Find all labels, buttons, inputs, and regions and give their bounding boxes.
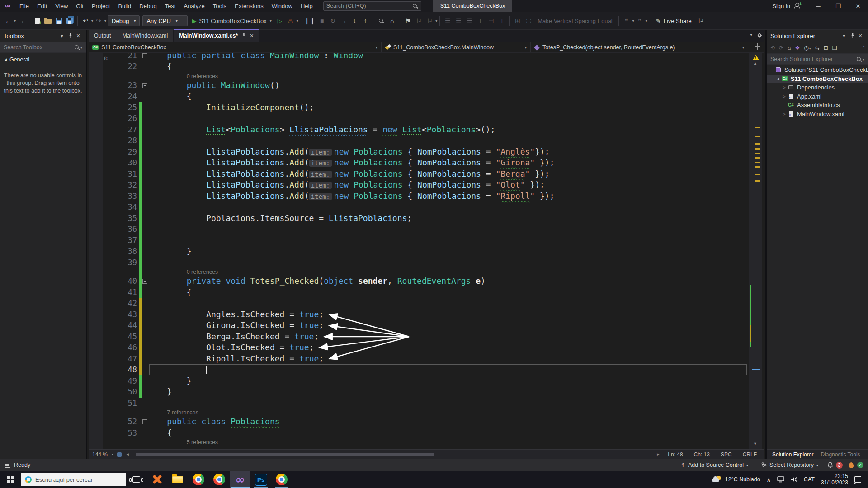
tree-item-mainwindow-xaml[interactable]: ▷MainWindow.xaml: [767, 110, 868, 119]
indentation-indicator[interactable]: SPC: [717, 451, 736, 458]
close-tab-icon[interactable]: ✕: [250, 33, 254, 39]
align-top-icon[interactable]: ⊤: [475, 15, 486, 27]
panel-tab-solution-explorer[interactable]: Solution Explorer: [769, 451, 816, 458]
editor-vertical-scrollbar[interactable]: ▲ ▼: [749, 53, 762, 449]
open-file-icon[interactable]: [42, 15, 53, 27]
menu-git[interactable]: Git: [72, 0, 88, 12]
reference-count-label[interactable]: 7 references: [167, 409, 198, 416]
toolbox-options-icon[interactable]: ▾: [58, 33, 66, 39]
live-share-button[interactable]: ✎ Live Share: [656, 18, 692, 24]
code-line-34[interactable]: 34: [89, 202, 750, 213]
undo-icon[interactable]: ↶: [80, 15, 91, 27]
code-line-30[interactable]: 30 LlistaPoblacions.Add(item:new Poblaci…: [89, 157, 750, 169]
menu-file[interactable]: File: [15, 0, 33, 12]
align-center-icon[interactable]: ☰: [453, 15, 464, 27]
start-debugging-button[interactable]: ▶ S11 ComboBoxCheckBox ▾: [192, 18, 271, 24]
find-in-files-icon[interactable]: [376, 15, 387, 27]
minimize-button[interactable]: ─: [808, 0, 828, 12]
horizontal-scrollbar[interactable]: [136, 453, 650, 456]
fold-collapse-icon[interactable]: −: [142, 419, 147, 424]
tree-item-dependencies[interactable]: ▷Dependencies: [767, 83, 868, 92]
menu-project[interactable]: Project: [88, 0, 114, 12]
code-line-22[interactable]: 22 {: [89, 61, 750, 72]
bookmark-icon[interactable]: ⚑: [402, 15, 413, 27]
file-explorer-taskbar-icon[interactable]: [167, 471, 188, 488]
line-ending-indicator[interactable]: CRLF: [739, 451, 760, 458]
align-bottom-icon[interactable]: ⊥: [496, 15, 507, 27]
code-line-53[interactable]: 53 {: [89, 427, 750, 439]
code-line-45[interactable]: 45 Berga.IsChecked = true;: [89, 331, 750, 343]
restart-icon[interactable]: ↻: [327, 15, 338, 27]
align-middle-icon[interactable]: ⊣: [486, 15, 496, 27]
menu-test[interactable]: Test: [161, 0, 180, 12]
scroll-down-icon[interactable]: ▼: [753, 441, 757, 446]
codelens-row[interactable]: 7 references: [89, 408, 750, 416]
feedback-icon[interactable]: ⚐: [695, 15, 706, 27]
make-same-size-icon[interactable]: ⛶: [523, 15, 534, 27]
code-line-25[interactable]: 25 InitializeComponent();: [89, 102, 750, 113]
pin-icon[interactable]: [241, 33, 246, 39]
chrome-1-taskbar-icon[interactable]: [188, 471, 209, 488]
redo-icon[interactable]: ↷: [93, 15, 104, 27]
taskbar-search-input[interactable]: Escriu aquí per cercar: [21, 473, 126, 486]
solution-platform-dropdown[interactable]: Any CPU▾: [142, 15, 188, 26]
code-line-44[interactable]: 44 Girona.IsChecked = true;: [89, 320, 750, 331]
hscroll-left-icon[interactable]: ◄: [125, 452, 130, 457]
menu-view[interactable]: View: [51, 0, 72, 12]
code-line-31[interactable]: 31 LlistaPoblacions.Add(item:new Poblaci…: [89, 169, 750, 180]
chrome-3-taskbar-icon[interactable]: [271, 471, 292, 488]
code-line-51[interactable]: 51: [89, 398, 750, 409]
code-editor[interactable]: ïo 21− public partial class MainWindow :…: [89, 53, 750, 449]
save-all-icon[interactable]: [64, 15, 75, 27]
restore-button[interactable]: ❐: [828, 0, 848, 12]
menu-debug[interactable]: Debug: [135, 0, 160, 12]
network-icon[interactable]: [777, 476, 784, 483]
weather-widget[interactable]: 12°C Nublado: [712, 476, 760, 483]
tree-item-assemblyinfo-cs[interactable]: C#AssemblyInfo.cs: [767, 101, 868, 110]
code-line-46[interactable]: 46 Olot.IsChecked = true;: [89, 342, 750, 353]
scroll-up-icon[interactable]: ▲: [753, 61, 757, 66]
align-right-icon[interactable]: ☰: [464, 15, 475, 27]
start-without-debugging-icon[interactable]: ▷: [274, 15, 285, 27]
navigate-to-icon[interactable]: ⌂: [387, 15, 397, 27]
zoom-level-dropdown[interactable]: 144 %: [92, 451, 108, 458]
code-line-41[interactable]: 41 {: [89, 287, 750, 298]
solution-configuration-dropdown[interactable]: Debug▾: [108, 15, 140, 26]
code-line-40[interactable]: 40− private void TotesP_Checked(object s…: [89, 276, 750, 287]
expanded-arrow-icon[interactable]: ◢: [775, 77, 781, 81]
code-line-29[interactable]: 29 LlistaPoblacions.Add(item:new Poblaci…: [89, 146, 750, 158]
home-icon[interactable]: ⌂: [788, 45, 791, 51]
start-button[interactable]: [0, 471, 21, 488]
toolbox-search-input[interactable]: Search Toolbox ▾: [0, 42, 86, 53]
chrome-2-taskbar-icon[interactable]: [209, 471, 230, 488]
navigate-back-icon[interactable]: ←: [3, 15, 14, 27]
forward-icon[interactable]: ⟳: [779, 45, 783, 51]
cursor-line-indicator[interactable]: Ln: 48: [664, 451, 686, 458]
pin-icon[interactable]: [848, 33, 856, 39]
save-icon[interactable]: [53, 15, 64, 27]
hot-reload-icon[interactable]: ♨: [285, 15, 296, 27]
cursor-column-indicator[interactable]: Ch: 13: [690, 451, 713, 458]
close-icon[interactable]: ✕: [856, 33, 864, 39]
code-line-37[interactable]: 37: [89, 235, 750, 246]
visual-studio-taskbar-icon[interactable]: ∞: [230, 471, 250, 488]
step-into-icon[interactable]: ↓: [349, 15, 360, 27]
align-left-icon[interactable]: ☰: [442, 15, 453, 27]
close-button[interactable]: ✕: [848, 0, 868, 12]
overflow-icon[interactable]: ”: [863, 45, 864, 51]
toolbox-header[interactable]: Toolbox ▾ ✕: [0, 30, 86, 42]
code-line-38[interactable]: 38 }: [89, 246, 750, 257]
code-line-33[interactable]: 33 LlistaPoblacions.Add(item:new Poblaci…: [89, 191, 750, 202]
menu-edit[interactable]: Edit: [33, 0, 51, 12]
show-desktop-button[interactable]: [866, 471, 868, 488]
keyboard-language-button[interactable]: CAT: [804, 476, 815, 483]
document-list-dropdown-icon[interactable]: ▾: [750, 33, 752, 39]
next-bookmark-icon[interactable]: ⚐: [424, 15, 435, 27]
reference-count-label[interactable]: 5 references: [187, 439, 218, 446]
code-line-52[interactable]: 52− public class Poblacions: [89, 416, 750, 427]
quick-search-box[interactable]: Search (Ctrl+Q): [323, 1, 421, 11]
code-line-24[interactable]: 24 {: [89, 91, 750, 102]
code-line-35[interactable]: 35 Poblacions.ItemsSource = LlistaPoblac…: [89, 213, 750, 224]
codelens-row[interactable]: 0 references: [89, 268, 750, 276]
collapse-all-icon[interactable]: ⊟: [824, 45, 828, 51]
